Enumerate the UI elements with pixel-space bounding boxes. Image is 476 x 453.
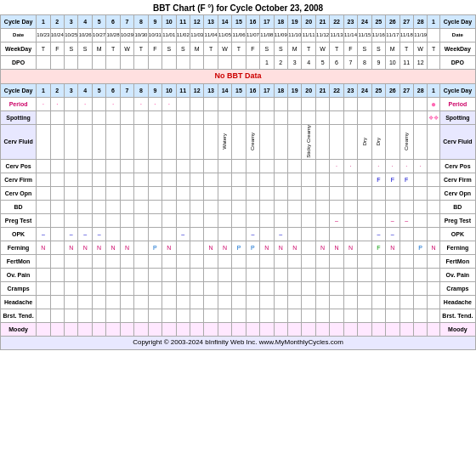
cerv-fluid-cell — [274, 124, 287, 159]
cramps-cell — [428, 282, 439, 296]
headache-cell — [148, 296, 162, 309]
ov_pain-cell — [274, 269, 287, 282]
date-cell: 10/30 — [134, 29, 148, 42]
weekday-cell: S — [371, 42, 385, 56]
bd-cell — [386, 201, 400, 214]
cerv_firm-cell — [106, 173, 120, 187]
moody-cell — [106, 323, 120, 337]
opk-cell — [190, 228, 203, 241]
cerv_firm-cell — [92, 173, 105, 187]
cerv_firm-label-right: Cerv Firm — [439, 173, 475, 187]
ferning-cell: N — [162, 241, 176, 255]
bbt-chart-table: Cycle Day1234567891011121314151617181920… — [0, 14, 476, 350]
cycle-day-label-right: Cycle Day — [439, 15, 475, 29]
cycle-day-label-right-2: Cycle Day — [439, 83, 475, 97]
cerv_firm-cell — [315, 173, 329, 187]
cerv_pos-cell — [65, 160, 78, 173]
weekday-label: WeekDay — [1, 42, 37, 56]
moody-cell — [330, 323, 343, 337]
ferning-cell: N — [92, 241, 105, 255]
period-cell: · — [148, 97, 162, 110]
spotting-cell — [413, 110, 427, 124]
fertmon-label-right: FertMon — [439, 255, 475, 269]
spotting-cell — [260, 110, 274, 124]
period-cell — [92, 97, 105, 110]
cerv-fluid-cell — [204, 124, 218, 159]
bd-cell — [400, 201, 413, 214]
bd-label-right: BD — [439, 201, 475, 214]
opk-cell — [302, 228, 315, 241]
headache-cell — [134, 296, 148, 309]
preg_test-cell — [232, 214, 246, 228]
period-cell: ● — [428, 97, 439, 110]
date-cell: 11/12 — [315, 29, 329, 42]
opk-cell: – — [246, 228, 259, 241]
cycle-day-cell-2: 13 — [204, 83, 218, 97]
cycle-day-cell: 12 — [190, 15, 203, 29]
date-cell: 11/10 — [288, 29, 302, 42]
weekday-cell: M — [386, 42, 400, 56]
dpo-cell — [190, 56, 203, 70]
preg_test-cell — [190, 214, 203, 228]
fertmon-cell — [260, 255, 274, 269]
fertmon-label: FertMon — [1, 255, 37, 269]
cerv_opn-cell — [37, 187, 50, 201]
period-cell: · — [162, 97, 176, 110]
brst_tend-cell — [176, 309, 190, 323]
cycle-day-cell: 28 — [413, 15, 427, 29]
preg_test-cell — [65, 214, 78, 228]
dpo-cell — [65, 56, 78, 70]
brst_tend-cell — [428, 309, 439, 323]
brst_tend-cell — [330, 309, 343, 323]
moody-cell — [260, 323, 274, 337]
period-cell — [65, 97, 78, 110]
cerv_firm-cell — [162, 173, 176, 187]
date-cell: 11/03 — [190, 29, 203, 42]
main-title: BBT Chart (F °) for Cycle October 23, 20… — [0, 0, 476, 14]
cerv-fluid-cell — [92, 124, 105, 159]
weekday-cell: W — [315, 42, 329, 56]
period-cell: · — [134, 97, 148, 110]
dpo-cell: 7 — [343, 56, 357, 70]
weekday-cell: T — [232, 42, 246, 56]
bd-cell — [246, 201, 259, 214]
cramps-cell — [120, 282, 133, 296]
cerv_firm-cell — [330, 173, 343, 187]
period-cell — [232, 97, 246, 110]
cerv-fluid-cell — [162, 124, 176, 159]
fertmon-cell — [413, 255, 427, 269]
ferning-cell — [190, 241, 203, 255]
fertmon-cell — [50, 255, 64, 269]
ov_pain-cell — [315, 269, 329, 282]
dpo-cell: 2 — [274, 56, 287, 70]
opk-cell — [428, 228, 439, 241]
cerv-fluid-cell — [50, 124, 64, 159]
cerv_pos-cell — [148, 160, 162, 173]
period-cell — [343, 97, 357, 110]
cerv-fluid-cell: Creamy — [400, 124, 413, 159]
cerv_opn-cell — [78, 187, 92, 201]
cycle-day-cell: 25 — [371, 15, 385, 29]
spotting-cell — [134, 110, 148, 124]
cerv-fluid-cell — [386, 124, 400, 159]
opk-cell: – — [92, 228, 105, 241]
period-cell: · — [50, 97, 64, 110]
headache-cell — [78, 296, 92, 309]
date-cell: 10/25 — [65, 29, 78, 42]
weekday-cell: W — [218, 42, 231, 56]
cramps-cell — [358, 282, 371, 296]
cycle-day-label-2: Cycle Day — [1, 83, 37, 97]
cerv_pos-cell — [302, 160, 315, 173]
ov_pain-cell — [330, 269, 343, 282]
opk-cell — [330, 228, 343, 241]
date-cell: 10/26 — [78, 29, 92, 42]
brst_tend-cell — [204, 309, 218, 323]
cerv-fluid-cell — [37, 124, 50, 159]
preg_test-cell — [78, 214, 92, 228]
dpo-cell: 3 — [288, 56, 302, 70]
spotting-cell — [92, 110, 105, 124]
ov_pain-cell — [37, 269, 50, 282]
cycle-day-cell: 5 — [92, 15, 105, 29]
bd-cell — [162, 201, 176, 214]
date-cell — [428, 29, 439, 42]
